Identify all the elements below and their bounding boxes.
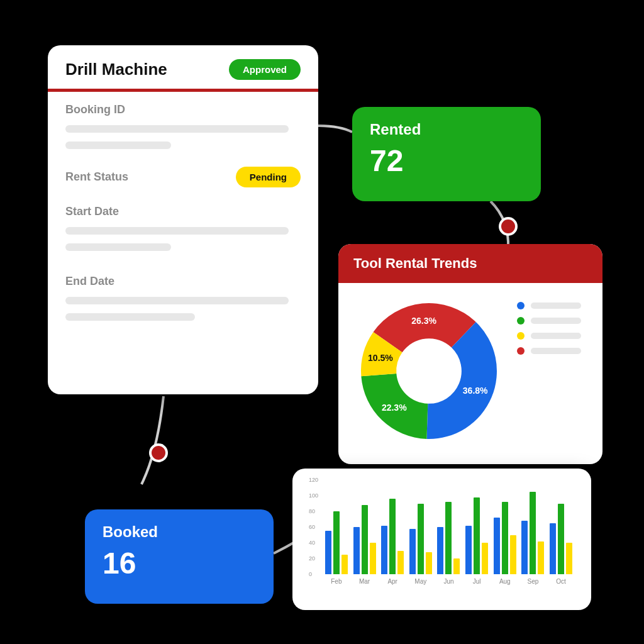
booked-tile: Booked 16 [85, 509, 274, 604]
legend-row [517, 317, 581, 325]
bar [445, 502, 452, 574]
rented-value: 72 [370, 143, 523, 178]
svg-point-1 [150, 445, 167, 461]
donut-slice-label: 36.8% [463, 386, 488, 396]
placeholder-line [531, 303, 581, 309]
booked-label: Booked [103, 523, 256, 541]
placeholder-line [65, 142, 171, 149]
trends-title: Tool Rental Trends [338, 244, 602, 283]
x-tick-label: Apr [380, 578, 405, 585]
bar [538, 541, 544, 575]
placeholder-line [65, 125, 289, 133]
x-tick-label: Mar [352, 578, 377, 585]
divider [48, 89, 318, 92]
trends-card: Tool Rental Trends 26.3%36.8%22.3%10.5% [338, 244, 602, 464]
y-tick-label: 40 [309, 540, 315, 546]
bar-group [521, 492, 546, 574]
bar [418, 504, 424, 575]
drill-card: Drill Machine Approved Booking ID Rent S… [48, 45, 318, 394]
donut-slice-label: 10.5% [368, 353, 393, 363]
end-date-label: End Date [65, 275, 301, 288]
y-tick-label: 60 [309, 524, 315, 530]
bar [362, 505, 368, 574]
bar [409, 529, 416, 575]
pending-badge: Pending [236, 167, 301, 187]
x-tick-label: May [408, 578, 433, 585]
bar-chart-card: 020406080100120 FebMarAprMayJunJulAugSep… [292, 469, 591, 610]
legend-row [517, 302, 581, 309]
bar [437, 527, 443, 574]
bar [353, 527, 360, 574]
bar [397, 551, 404, 575]
legend-dot-icon [517, 347, 525, 355]
bar [558, 504, 564, 575]
y-tick-label: 120 [309, 477, 318, 483]
bar [389, 499, 396, 574]
bar-group [380, 499, 405, 574]
placeholder-line [65, 297, 289, 304]
donut-slice-label: 26.3% [411, 316, 436, 326]
legend-dot-icon [517, 317, 525, 325]
bar [566, 543, 572, 574]
y-tick-label: 100 [309, 492, 318, 499]
drill-card-title: Drill Machine [65, 60, 167, 79]
placeholder-line [531, 348, 581, 354]
legend-row [517, 332, 581, 340]
rented-label: Rented [370, 121, 523, 138]
x-tick-label: Aug [492, 578, 518, 585]
x-tick-label: Jul [464, 578, 489, 585]
rented-tile: Rented 72 [352, 107, 541, 201]
x-tick-label: Sep [521, 578, 546, 585]
donut-chart: 26.3%36.8%22.3%10.5% [353, 296, 504, 447]
placeholder-line [65, 227, 289, 235]
bar [453, 558, 460, 574]
bar-group [548, 504, 574, 575]
bar [341, 555, 348, 574]
placeholder-line [531, 318, 581, 324]
bar [550, 523, 556, 574]
bar [426, 552, 432, 574]
bar-group [324, 511, 349, 574]
bar-group [436, 502, 462, 574]
placeholder-line [65, 313, 195, 321]
x-tick-label: Oct [548, 578, 574, 585]
x-tick-label: Feb [324, 578, 349, 585]
bar-group [492, 502, 518, 574]
svg-point-0 [500, 218, 516, 235]
legend-dot-icon [517, 302, 525, 309]
y-tick-label: 80 [309, 508, 315, 514]
placeholder-line [65, 243, 171, 251]
bar [502, 502, 508, 574]
bar [530, 492, 536, 574]
x-tick-label: Jun [436, 578, 462, 585]
bar [521, 521, 528, 574]
donut-slice-label: 22.3% [382, 402, 407, 413]
bar [482, 543, 488, 574]
start-date-label: Start Date [65, 205, 301, 218]
bar [510, 535, 516, 575]
bar [333, 511, 340, 574]
donut-legend [517, 302, 581, 355]
bar [370, 543, 376, 574]
bar [494, 518, 500, 574]
bar-group [464, 497, 489, 575]
y-tick-label: 20 [309, 555, 315, 562]
bar-chart: 020406080100120 [324, 480, 574, 574]
placeholder-line [531, 333, 581, 339]
bar [465, 526, 472, 575]
booked-value: 16 [103, 546, 256, 580]
legend-row [517, 347, 581, 355]
bar-chart-xaxis: FebMarAprMayJunJulAugSepOct [324, 574, 574, 585]
bar-group [352, 505, 377, 574]
y-tick-label: 0 [309, 571, 312, 577]
rent-status-label: Rent Status [65, 170, 128, 184]
approved-badge: Approved [229, 59, 301, 80]
bar [474, 497, 480, 575]
bar [325, 531, 331, 574]
bar [381, 526, 387, 575]
legend-dot-icon [517, 332, 525, 340]
booking-id-label: Booking ID [65, 103, 301, 116]
bar-group [408, 504, 433, 575]
